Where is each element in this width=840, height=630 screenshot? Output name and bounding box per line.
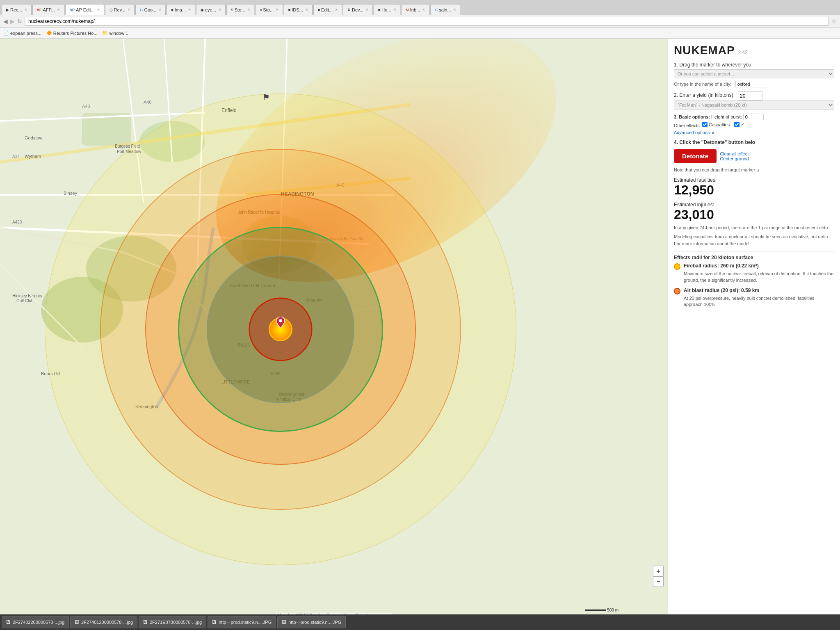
taskbar-label-2: 2F27401200000578-...jpg [81, 620, 133, 625]
tab-11[interactable]: ■Edit...× [313, 4, 342, 15]
preset-select[interactable]: Or you can select a preset... [674, 69, 834, 78]
tab-6[interactable]: ■Ima...× [167, 4, 195, 15]
taskbar-item-1[interactable]: 🖼 2F27402200000578-...jpg [2, 616, 69, 628]
taskbar-icon-5: 🖼 [282, 620, 286, 625]
fireball-title: Fireball radius: 260 m (0.22 km²) [684, 263, 759, 269]
step3-section: 3. Basic options: Height of burst: Other… [674, 114, 834, 135]
taskbar-label-3: 2F271E8700000578-...jpg [150, 620, 202, 625]
tab-4[interactable]: ◷Rev...× [105, 4, 135, 15]
taskbar: 🖼 2F27402200000578-...jpg 🖼 2F2740120000… [0, 614, 840, 630]
airblast-title: Air blast radius (20 psi): 0.59 km [684, 288, 759, 293]
svg-point-46 [279, 319, 282, 322]
tab-7[interactable]: ◉eye...× [196, 4, 226, 15]
sidebar-panel: NUKEMAP 2.42 1. Drag the marker to where… [668, 39, 840, 620]
taskbar-label-5: http—prod.static9.n....JPG [288, 620, 341, 625]
map-area[interactable]: Godstow Wytham Binsey Burgess Field Port… [0, 39, 668, 620]
taskbar-icon-4: 🖼 [212, 620, 217, 625]
map-marker[interactable] [276, 317, 285, 329]
taskbar-label-4: http—prod.static9.n....JPG [219, 620, 272, 625]
detonate-row: Detonate Clear all effect Center ground [674, 149, 834, 163]
svg-text:Wytham: Wytham [25, 154, 41, 159]
svg-text:Godstow: Godstow [25, 135, 42, 140]
step1-label: 1. Drag the marker to wherever you [674, 62, 834, 68]
yield-input[interactable] [738, 91, 762, 100]
svg-text:Binsey: Binsey [64, 191, 78, 196]
city-input[interactable] [735, 81, 768, 87]
effect-fireball-label-row: Fireball radius: 260 m (0.22 km²) [674, 263, 834, 270]
injuries-label: Estimated injuries: [674, 202, 834, 208]
fatalities-value: 12,950 [674, 183, 834, 197]
tab-13[interactable]: ■Ho...× [374, 4, 401, 15]
forward-button[interactable]: ▶ [10, 18, 15, 25]
injuries-value: 23,010 [674, 208, 834, 222]
airblast-dot [674, 288, 680, 294]
main-content: Godstow Wytham Binsey Burgess Field Port… [0, 39, 840, 620]
svg-text:A34: A34 [12, 154, 20, 159]
reload-button[interactable]: ↻ [17, 18, 22, 25]
step1-section: 1. Drag the marker to wherever you Or yo… [674, 62, 834, 87]
tab-15[interactable]: Gsain...× [430, 4, 460, 15]
fallout-checkbox[interactable] [734, 122, 740, 127]
address-bar-row: ◀ ▶ ↻ ☆ [0, 15, 840, 28]
tab-1[interactable]: ▶Rec...× [2, 4, 32, 15]
taskbar-icon-3: 🖼 [143, 620, 148, 625]
bookmark-1[interactable]: 📄eopean press... [3, 30, 41, 36]
browser-chrome: ▶Rec...× AFAFP...× APAP Edit...× ◷Rev...… [0, 0, 840, 39]
address-bar-input[interactable] [25, 17, 829, 26]
bookmark-3[interactable]: 📁window 1 [102, 30, 128, 36]
advanced-options-link[interactable]: Advanced options: ▸ [674, 130, 715, 135]
step4-section: 4. Click the "Detonate" button belo Deto… [674, 139, 834, 173]
bookmarks-bar: 📄eopean press... 🔶Reuters Pictures Ho...… [0, 28, 840, 39]
wind-flag: ⚑ [262, 92, 270, 102]
effects-header: Effects radii for 20 kiloton surface [674, 251, 834, 260]
taskbar-item-3[interactable]: 🖼 2F271E8700000578-...jpg [139, 616, 206, 628]
clear-effects-link[interactable]: Clear all effect [720, 151, 749, 156]
center-ground-link[interactable]: Center ground [720, 156, 749, 161]
step3-options-row: 3. Basic options: Height of burst: [674, 114, 834, 120]
casualties-checkbox[interactable] [702, 122, 708, 127]
tab-8[interactable]: SSto...× [226, 4, 255, 15]
taskbar-item-5[interactable]: 🖼 http—prod.static9.n....JPG [277, 616, 346, 628]
zoom-controls: + − [653, 566, 664, 587]
stat-desc-1: In any given 24-hour period, there are t… [674, 224, 834, 231]
step4-label: 4. Click the "Detonate" button belo [674, 139, 834, 145]
tab-bar: ▶Rec...× AFAFP...× APAP Edit...× ◷Rev...… [0, 0, 840, 15]
zoom-in-button[interactable]: + [653, 566, 664, 576]
bookmark-2[interactable]: 🔶Reuters Pictures Ho... [46, 30, 98, 36]
tab-2[interactable]: AFAFP...× [32, 4, 64, 15]
casualties-checkbox-label[interactable]: Casualties [702, 122, 730, 127]
nukemap-title: NUKEMAP [674, 44, 735, 57]
svg-text:A40: A40 [82, 104, 90, 109]
yield-row: 2. Enter a yield (in kilotons): [674, 91, 834, 100]
svg-text:A40: A40 [144, 100, 152, 105]
detonate-button[interactable]: Detonate [674, 149, 717, 163]
statistics-section: Estimated fatalities: 12,950 Estimated i… [674, 177, 834, 247]
note-text: Note that you can drag the target marker… [674, 167, 834, 173]
stat-desc-2: Modeling casualties from a nuclear att s… [674, 233, 834, 247]
fallout-checkbox-label[interactable]: ✓ [734, 122, 744, 127]
nukemap-version: 2.42 [738, 50, 748, 55]
bookmark-star[interactable]: ☆ [831, 18, 837, 25]
tab-12[interactable]: ⬇Dev...× [343, 4, 373, 15]
tab-3-active[interactable]: APAP Edit...× [65, 4, 104, 15]
tab-14[interactable]: MInb...× [401, 4, 429, 15]
step2-section: 2. Enter a yield (in kilotons): "Fat Man… [674, 91, 834, 110]
svg-text:Hinksey Heights: Hinksey Heights [12, 294, 42, 298]
map-scale: 500 m [585, 608, 619, 612]
zoom-out-button[interactable]: − [653, 576, 664, 587]
yield-preset-select[interactable]: "Fat Man" - Nagasaki bomb (20 kt) [674, 100, 834, 110]
tab-9[interactable]: aSto...× [255, 4, 283, 15]
taskbar-label-1: 2F27402200000578-...jpg [13, 620, 64, 625]
effect-airblast-label-row: Air blast radius (20 psi): 0.59 km [674, 288, 834, 294]
step2-label: 2. Enter a yield (in kilotons): [674, 92, 735, 98]
effect-fireball: Fireball radius: 260 m (0.22 km²) Maximu… [674, 263, 834, 283]
taskbar-item-4[interactable]: 🖼 http—prod.static9.n....JPG [208, 616, 276, 628]
tab-5[interactable]: GGoo...× [135, 4, 166, 15]
city-label: Or type in the name of a city: [674, 81, 834, 87]
taskbar-item-2[interactable]: 🖼 2F27401200000578-...jpg [70, 616, 137, 628]
back-button[interactable]: ◀ [3, 18, 8, 25]
tab-10[interactable]: ■IDS...× [284, 4, 313, 15]
height-of-burst-input[interactable] [743, 114, 764, 120]
svg-text:Golf Club: Golf Club [16, 299, 34, 303]
svg-text:A420: A420 [12, 220, 22, 224]
